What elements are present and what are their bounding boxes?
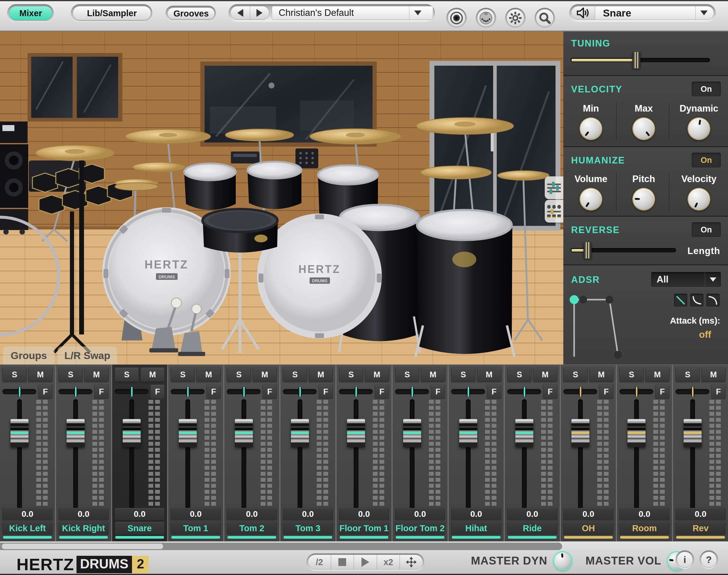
monitor-button[interactable] (446, 8, 467, 28)
instrument-dropdown[interactable]: Snare (595, 6, 714, 20)
volume-fader[interactable] (185, 399, 190, 511)
fx-button[interactable]: F (263, 384, 277, 399)
double-tempo-button[interactable]: x2 (377, 554, 400, 570)
preview-sound-button[interactable] (571, 6, 595, 20)
fader-cap[interactable] (627, 419, 646, 447)
channel-label[interactable]: Tom 1 (171, 521, 221, 535)
fader-cap[interactable] (347, 419, 365, 447)
reverse-length-slider[interactable] (570, 248, 676, 252)
half-tempo-button[interactable]: /2 (308, 554, 331, 570)
channel-label[interactable]: Kick Right (59, 521, 109, 535)
snare-drum[interactable] (203, 209, 278, 252)
help-button[interactable]: ? (699, 550, 718, 569)
reverse-on-button[interactable]: On (692, 222, 721, 237)
channel-label[interactable]: Hihat (451, 521, 501, 535)
fx-button[interactable]: F (543, 384, 557, 399)
solo-button[interactable]: S (339, 367, 363, 382)
fader-cap[interactable] (291, 419, 309, 447)
solo-button[interactable]: S (114, 367, 139, 382)
fader-cap[interactable] (123, 419, 141, 447)
mute-button[interactable]: M (28, 367, 53, 382)
pan-slider[interactable] (451, 389, 485, 395)
pan-slider[interactable] (2, 389, 36, 395)
mute-button[interactable]: M (252, 367, 277, 382)
pan-slider[interactable] (114, 389, 148, 395)
fader-cap[interactable] (235, 419, 253, 447)
volume-fader[interactable] (354, 399, 358, 511)
tom-1[interactable] (184, 164, 236, 210)
tom-2[interactable] (247, 162, 302, 209)
mute-button[interactable]: M (589, 367, 614, 382)
solo-button[interactable]: S (451, 367, 476, 382)
curve-exp-button[interactable] (690, 294, 703, 307)
pan-slider[interactable] (395, 389, 429, 395)
mute-button[interactable]: M (365, 367, 389, 382)
fader-cap[interactable] (67, 419, 84, 447)
adsr-envelope-graph[interactable] (567, 291, 639, 360)
pan-slider[interactable] (339, 389, 373, 395)
channel-label[interactable]: Floor Tom 2 (395, 521, 445, 535)
mute-button[interactable]: M (533, 367, 557, 382)
volume-fader[interactable] (410, 399, 415, 511)
stop-button[interactable] (331, 554, 354, 570)
volume-fader[interactable] (578, 399, 583, 511)
mute-button[interactable]: M (421, 367, 445, 382)
volume-fader[interactable] (634, 399, 639, 511)
tab-mixer[interactable]: Mixer (9, 6, 53, 21)
crash-cymbal-left[interactable] (126, 129, 211, 144)
tab-lr-swap[interactable]: L/R Swap (58, 346, 117, 365)
drum-kit-stage[interactable]: HERTZ DRUMS HERTZ DRUMS (0, 32, 563, 365)
tab-groups[interactable]: Groups (3, 346, 55, 365)
channel-label[interactable]: Tom 2 (227, 521, 277, 535)
mute-button[interactable]: M (645, 367, 669, 382)
volume-fader[interactable] (522, 399, 527, 511)
pan-slider[interactable] (507, 389, 541, 395)
crash-cymbal-right[interactable] (310, 129, 401, 144)
pan-slider[interactable] (675, 389, 709, 395)
solo-button[interactable]: S (395, 367, 419, 382)
solo-button[interactable]: S (227, 367, 251, 382)
curve-linear-button[interactable] (674, 294, 687, 307)
volume-fader[interactable] (241, 399, 246, 511)
channel-label[interactable]: Snare (114, 521, 165, 535)
search-button[interactable] (534, 8, 555, 28)
solo-button[interactable]: S (2, 367, 27, 382)
pan-slider[interactable] (227, 389, 261, 395)
fx-button[interactable]: F (94, 384, 109, 399)
mixer-panel-flyout-button[interactable] (545, 176, 563, 199)
midi-settings-button[interactable] (476, 8, 496, 28)
fx-button[interactable]: F (655, 384, 669, 399)
preset-next-button[interactable] (250, 6, 269, 20)
fx-button[interactable]: F (206, 384, 221, 399)
channel-label[interactable]: Rev (675, 521, 726, 535)
tab-lib-sampler[interactable]: Lib/Sampler (73, 6, 151, 21)
fx-button[interactable]: F (711, 384, 726, 399)
china-cymbal[interactable] (416, 117, 514, 134)
humanize-velocity-knob[interactable] (688, 189, 709, 210)
pan-slider[interactable] (619, 389, 653, 395)
tab-grooves[interactable]: Grooves (167, 7, 215, 20)
fx-button[interactable]: F (150, 384, 165, 399)
fader-cap[interactable] (684, 419, 702, 447)
mute-button[interactable]: M (197, 367, 221, 382)
fx-button[interactable]: F (38, 384, 53, 399)
velocity-dynamic-knob[interactable] (688, 118, 709, 139)
humanize-volume-knob[interactable] (581, 189, 601, 210)
humanize-pitch-knob[interactable] (633, 189, 654, 210)
mute-button[interactable]: M (477, 367, 501, 382)
volume-fader[interactable] (298, 399, 302, 511)
channel-label[interactable]: OH (563, 521, 614, 535)
splash-cymbal-right[interactable] (498, 171, 549, 180)
pan-slider[interactable] (563, 389, 597, 395)
volume-fader[interactable] (466, 399, 471, 511)
solo-button[interactable]: S (619, 367, 644, 382)
channel-label[interactable]: Tom 3 (283, 521, 333, 535)
fx-button[interactable]: F (375, 384, 389, 399)
channel-label[interactable]: Kick Left (2, 521, 53, 535)
tuning-slider[interactable] (570, 58, 710, 62)
master-dyn-knob[interactable] (554, 552, 571, 570)
pan-slider[interactable] (59, 389, 92, 395)
volume-fader[interactable] (73, 399, 78, 511)
adsr-target-dropdown[interactable]: All (651, 272, 721, 287)
mute-button[interactable]: M (84, 367, 109, 382)
